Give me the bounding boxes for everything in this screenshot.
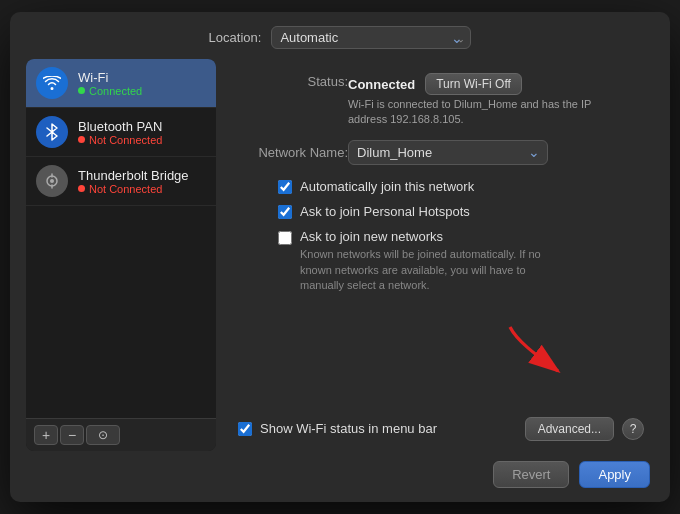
thunderbolt-item-name: Thunderbolt Bridge (78, 168, 189, 183)
sidebar-items: Wi-Fi Connected (26, 59, 216, 418)
more-options-button[interactable]: ⊙ (86, 425, 120, 445)
bluetooth-item-text: Bluetooth PAN Not Connected (78, 119, 162, 146)
sidebar: Wi-Fi Connected (26, 59, 216, 451)
wifi-item-text: Wi-Fi Connected (78, 70, 142, 97)
hotspots-label[interactable]: Ask to join Personal Hotspots (300, 204, 470, 221)
wifi-item-status: Connected (78, 85, 142, 97)
sidebar-item-wifi[interactable]: Wi-Fi Connected (26, 59, 216, 108)
status-row: Status: Connected Turn Wi-Fi Off Wi-Fi i… (238, 73, 644, 128)
thunderbolt-item-status: Not Connected (78, 183, 189, 195)
hotspots-checkbox[interactable] (278, 205, 292, 219)
status-label: Status: (238, 73, 348, 89)
auto-join-label[interactable]: Automatically join this network (300, 179, 474, 196)
show-wifi-label[interactable]: Show Wi-Fi status in menu bar (260, 421, 437, 438)
add-network-button[interactable]: + (34, 425, 58, 445)
help-button[interactable]: ? (622, 418, 644, 440)
thunderbolt-status-dot (78, 185, 85, 192)
main-content: Wi-Fi Connected (10, 59, 670, 451)
bluetooth-status-text: Not Connected (89, 134, 162, 146)
top-bar: Location: Automatic ⌄ (10, 12, 670, 59)
checkboxes-section: Automatically join this network Ask to j… (238, 179, 644, 294)
new-networks-row: Ask to join new networks Known networks … (278, 229, 644, 294)
auto-join-checkbox[interactable] (278, 180, 292, 194)
hotspots-row: Ask to join Personal Hotspots (278, 204, 644, 221)
new-networks-label[interactable]: Ask to join new networks (300, 229, 443, 246)
status-value: Connected (348, 77, 415, 92)
wifi-status-text: Connected (89, 85, 142, 97)
show-wifi-checkbox[interactable] (238, 422, 252, 436)
location-select-wrapper[interactable]: Automatic ⌄ (271, 26, 471, 49)
wifi-icon (36, 67, 68, 99)
thunderbolt-item-text: Thunderbolt Bridge Not Connected (78, 168, 189, 195)
sidebar-item-thunderbolt[interactable]: Thunderbolt Bridge Not Connected (26, 157, 216, 206)
bluetooth-item-status: Not Connected (78, 134, 162, 146)
thunderbolt-status-text: Not Connected (89, 183, 162, 195)
svg-point-1 (50, 179, 54, 183)
network-name-row: Network Name: Dilum_Home ⌄ (238, 140, 644, 165)
bluetooth-icon (36, 116, 68, 148)
thunderbolt-icon (36, 165, 68, 197)
network-preferences-window: Location: Automatic ⌄ (10, 12, 670, 502)
right-buttons: Advanced... ? (525, 417, 644, 441)
turn-wifi-off-button[interactable]: Turn Wi-Fi Off (425, 73, 522, 95)
network-name-label: Network Name: (238, 144, 348, 160)
sidebar-item-bluetooth[interactable]: Bluetooth PAN Not Connected (26, 108, 216, 157)
red-arrow-annotation (494, 311, 574, 391)
bottom-section: Show Wi-Fi status in menu bar Advanced..… (238, 407, 644, 441)
apply-button[interactable]: Apply (579, 461, 650, 488)
status-description: Wi-Fi is connected to Dilum_Home and has… (348, 97, 628, 128)
sidebar-controls: + − ⊙ (26, 418, 216, 451)
network-name-content: Dilum_Home ⌄ (348, 140, 644, 165)
bluetooth-status-dot (78, 136, 85, 143)
network-name-select[interactable]: Dilum_Home (348, 140, 548, 165)
wifi-item-name: Wi-Fi (78, 70, 142, 85)
revert-button[interactable]: Revert (493, 461, 569, 488)
right-panel: Status: Connected Turn Wi-Fi Off Wi-Fi i… (228, 59, 654, 451)
new-networks-description: Known networks will be joined automatica… (300, 247, 570, 293)
advanced-button[interactable]: Advanced... (525, 417, 614, 441)
location-label: Location: (209, 30, 262, 45)
bluetooth-item-name: Bluetooth PAN (78, 119, 162, 134)
show-wifi-row: Show Wi-Fi status in menu bar (238, 421, 437, 438)
auto-join-row: Automatically join this network (278, 179, 644, 196)
status-line: Connected Turn Wi-Fi Off (348, 73, 644, 95)
remove-network-button[interactable]: − (60, 425, 84, 445)
new-networks-checkbox[interactable] (278, 231, 292, 245)
footer: Revert Apply (10, 451, 670, 502)
network-select-wrapper[interactable]: Dilum_Home ⌄ (348, 140, 548, 165)
status-content: Connected Turn Wi-Fi Off Wi-Fi is connec… (348, 73, 644, 128)
location-select[interactable]: Automatic (271, 26, 471, 49)
wifi-status-dot (78, 87, 85, 94)
